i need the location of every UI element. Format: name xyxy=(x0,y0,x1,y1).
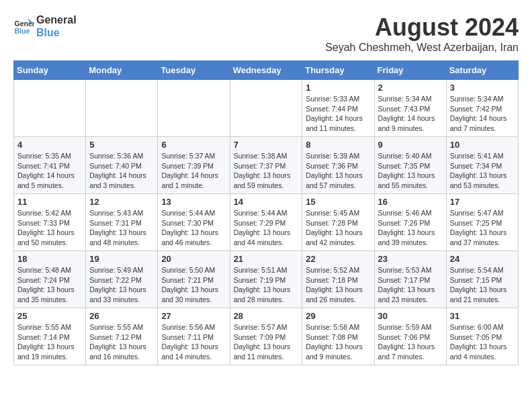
day-number: 27 xyxy=(161,311,226,321)
day-info: Sunrise: 5:54 AM Sunset: 7:15 PM Dayligh… xyxy=(450,265,515,305)
calendar-cell: 23Sunrise: 5:53 AM Sunset: 7:17 PM Dayli… xyxy=(374,251,446,308)
day-number: 9 xyxy=(378,140,443,150)
calendar-cell: 29Sunrise: 5:58 AM Sunset: 7:08 PM Dayli… xyxy=(302,308,374,365)
day-number: 12 xyxy=(89,197,154,207)
calendar-cell xyxy=(14,80,86,137)
calendar-cell: 14Sunrise: 5:44 AM Sunset: 7:29 PM Dayli… xyxy=(230,194,302,251)
day-info: Sunrise: 5:58 AM Sunset: 7:08 PM Dayligh… xyxy=(306,322,370,362)
day-info: Sunrise: 5:51 AM Sunset: 7:19 PM Dayligh… xyxy=(234,265,299,305)
calendar-cell xyxy=(230,80,302,137)
day-info: Sunrise: 5:45 AM Sunset: 7:28 PM Dayligh… xyxy=(306,208,370,248)
day-info: Sunrise: 5:48 AM Sunset: 7:24 PM Dayligh… xyxy=(17,265,82,305)
calendar-cell: 20Sunrise: 5:50 AM Sunset: 7:21 PM Dayli… xyxy=(158,251,230,308)
day-info: Sunrise: 5:47 AM Sunset: 7:25 PM Dayligh… xyxy=(450,208,515,248)
day-number: 11 xyxy=(17,197,82,207)
logo-blue: Blue xyxy=(36,26,77,39)
day-info: Sunrise: 5:43 AM Sunset: 7:31 PM Dayligh… xyxy=(89,208,154,248)
calendar-header-row: SundayMondayTuesdayWednesdayThursdayFrid… xyxy=(14,61,519,80)
day-info: Sunrise: 5:53 AM Sunset: 7:17 PM Dayligh… xyxy=(378,265,443,305)
calendar-table: SundayMondayTuesdayWednesdayThursdayFrid… xyxy=(13,60,519,365)
logo-icon: General Blue xyxy=(13,16,34,36)
calendar-cell: 27Sunrise: 5:56 AM Sunset: 7:11 PM Dayli… xyxy=(158,308,230,365)
calendar-cell: 9Sunrise: 5:40 AM Sunset: 7:35 PM Daylig… xyxy=(374,137,446,194)
day-info: Sunrise: 5:44 AM Sunset: 7:29 PM Dayligh… xyxy=(234,208,299,248)
day-number: 1 xyxy=(306,83,370,93)
calendar-cell: 19Sunrise: 5:49 AM Sunset: 7:22 PM Dayli… xyxy=(86,251,158,308)
day-number: 25 xyxy=(17,311,82,321)
day-number: 17 xyxy=(450,197,515,207)
title-block: August 2024 Seyah Cheshmeh, West Azerbai… xyxy=(325,13,519,54)
calendar-cell: 16Sunrise: 5:46 AM Sunset: 7:26 PM Dayli… xyxy=(374,194,446,251)
day-number: 28 xyxy=(234,311,299,321)
calendar-cell: 6Sunrise: 5:37 AM Sunset: 7:39 PM Daylig… xyxy=(158,137,230,194)
day-info: Sunrise: 5:50 AM Sunset: 7:21 PM Dayligh… xyxy=(161,265,226,305)
calendar-cell: 25Sunrise: 5:55 AM Sunset: 7:14 PM Dayli… xyxy=(14,308,86,365)
calendar-cell: 28Sunrise: 5:57 AM Sunset: 7:09 PM Dayli… xyxy=(230,308,302,365)
week-row-4: 18Sunrise: 5:48 AM Sunset: 7:24 PM Dayli… xyxy=(14,251,519,308)
day-number: 18 xyxy=(17,254,82,264)
column-header-friday: Friday xyxy=(374,61,446,80)
day-number: 15 xyxy=(306,197,370,207)
day-number: 21 xyxy=(234,254,299,264)
day-info: Sunrise: 5:38 AM Sunset: 7:37 PM Dayligh… xyxy=(234,151,299,191)
calendar-cell xyxy=(86,80,158,137)
day-number: 19 xyxy=(89,254,154,264)
calendar-cell: 13Sunrise: 5:44 AM Sunset: 7:30 PM Dayli… xyxy=(158,194,230,251)
calendar-cell: 10Sunrise: 5:41 AM Sunset: 7:34 PM Dayli… xyxy=(446,137,518,194)
day-info: Sunrise: 5:57 AM Sunset: 7:09 PM Dayligh… xyxy=(234,322,299,362)
calendar-cell: 4Sunrise: 5:35 AM Sunset: 7:41 PM Daylig… xyxy=(14,137,86,194)
logo: General Blue General Blue xyxy=(13,13,77,39)
week-row-1: 1Sunrise: 5:33 AM Sunset: 7:44 PM Daylig… xyxy=(14,80,519,137)
day-number: 14 xyxy=(234,197,299,207)
calendar-cell: 3Sunrise: 5:34 AM Sunset: 7:42 PM Daylig… xyxy=(446,80,518,137)
day-number: 5 xyxy=(89,140,154,150)
week-row-2: 4Sunrise: 5:35 AM Sunset: 7:41 PM Daylig… xyxy=(14,137,519,194)
day-info: Sunrise: 5:41 AM Sunset: 7:34 PM Dayligh… xyxy=(450,151,515,191)
day-info: Sunrise: 5:34 AM Sunset: 7:42 PM Dayligh… xyxy=(450,94,515,134)
calendar-cell: 30Sunrise: 5:59 AM Sunset: 7:06 PM Dayli… xyxy=(374,308,446,365)
day-number: 10 xyxy=(450,140,515,150)
day-number: 24 xyxy=(450,254,515,264)
day-number: 30 xyxy=(378,311,443,321)
day-info: Sunrise: 5:56 AM Sunset: 7:11 PM Dayligh… xyxy=(161,322,226,362)
calendar-cell: 7Sunrise: 5:38 AM Sunset: 7:37 PM Daylig… xyxy=(230,137,302,194)
calendar-cell: 5Sunrise: 5:36 AM Sunset: 7:40 PM Daylig… xyxy=(86,137,158,194)
day-info: Sunrise: 5:40 AM Sunset: 7:35 PM Dayligh… xyxy=(378,151,443,191)
column-header-sunday: Sunday xyxy=(14,61,86,80)
calendar-cell: 26Sunrise: 5:55 AM Sunset: 7:12 PM Dayli… xyxy=(86,308,158,365)
day-info: Sunrise: 5:55 AM Sunset: 7:12 PM Dayligh… xyxy=(89,322,154,362)
day-info: Sunrise: 5:46 AM Sunset: 7:26 PM Dayligh… xyxy=(378,208,443,248)
day-info: Sunrise: 6:00 AM Sunset: 7:05 PM Dayligh… xyxy=(450,322,515,362)
location-subtitle: Seyah Cheshmeh, West Azerbaijan, Iran xyxy=(325,42,519,54)
svg-text:Blue: Blue xyxy=(15,27,30,35)
day-info: Sunrise: 5:37 AM Sunset: 7:39 PM Dayligh… xyxy=(161,151,226,191)
month-year-title: August 2024 xyxy=(325,13,519,42)
day-number: 23 xyxy=(378,254,443,264)
calendar-cell: 24Sunrise: 5:54 AM Sunset: 7:15 PM Dayli… xyxy=(446,251,518,308)
page-header: General Blue General Blue August 2024 Se… xyxy=(13,13,519,54)
day-number: 20 xyxy=(161,254,226,264)
column-header-monday: Monday xyxy=(86,61,158,80)
day-number: 31 xyxy=(450,311,515,321)
day-number: 16 xyxy=(378,197,443,207)
calendar-cell: 15Sunrise: 5:45 AM Sunset: 7:28 PM Dayli… xyxy=(302,194,374,251)
column-header-thursday: Thursday xyxy=(302,61,374,80)
day-number: 8 xyxy=(306,140,370,150)
calendar-cell: 2Sunrise: 5:34 AM Sunset: 7:43 PM Daylig… xyxy=(374,80,446,137)
column-header-tuesday: Tuesday xyxy=(158,61,230,80)
day-info: Sunrise: 5:42 AM Sunset: 7:33 PM Dayligh… xyxy=(17,208,82,248)
calendar-cell: 22Sunrise: 5:52 AM Sunset: 7:18 PM Dayli… xyxy=(302,251,374,308)
column-header-saturday: Saturday xyxy=(446,61,518,80)
calendar-cell: 1Sunrise: 5:33 AM Sunset: 7:44 PM Daylig… xyxy=(302,80,374,137)
calendar-cell: 21Sunrise: 5:51 AM Sunset: 7:19 PM Dayli… xyxy=(230,251,302,308)
day-number: 2 xyxy=(378,83,443,93)
calendar-cell: 12Sunrise: 5:43 AM Sunset: 7:31 PM Dayli… xyxy=(86,194,158,251)
day-info: Sunrise: 5:39 AM Sunset: 7:36 PM Dayligh… xyxy=(306,151,370,191)
day-info: Sunrise: 5:44 AM Sunset: 7:30 PM Dayligh… xyxy=(161,208,226,248)
day-number: 22 xyxy=(306,254,370,264)
day-number: 4 xyxy=(17,140,82,150)
day-info: Sunrise: 5:52 AM Sunset: 7:18 PM Dayligh… xyxy=(306,265,370,305)
day-number: 26 xyxy=(89,311,154,321)
day-number: 7 xyxy=(234,140,299,150)
column-header-wednesday: Wednesday xyxy=(230,61,302,80)
